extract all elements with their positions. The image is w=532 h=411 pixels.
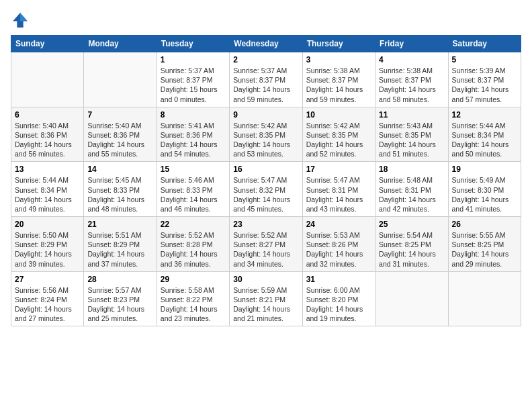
calendar-cell: 3Sunrise: 5:38 AM Sunset: 8:37 PM Daylig…	[302, 52, 375, 107]
weekday-header-friday: Friday	[375, 36, 448, 52]
calendar-cell	[448, 271, 521, 326]
calendar-cell: 18Sunrise: 5:48 AM Sunset: 8:31 PM Dayli…	[375, 162, 448, 217]
day-info: Sunrise: 5:44 AM Sunset: 8:34 PM Dayligh…	[452, 121, 517, 159]
day-info: Sunrise: 5:38 AM Sunset: 8:37 PM Dayligh…	[379, 66, 444, 104]
calendar-cell: 11Sunrise: 5:43 AM Sunset: 8:35 PM Dayli…	[375, 107, 448, 162]
calendar-cell: 1Sunrise: 5:37 AM Sunset: 8:37 PM Daylig…	[157, 52, 229, 107]
calendar-week-2: 6Sunrise: 5:40 AM Sunset: 8:36 PM Daylig…	[11, 107, 521, 162]
day-info: Sunrise: 5:37 AM Sunset: 8:37 PM Dayligh…	[233, 66, 298, 104]
calendar-cell: 14Sunrise: 5:45 AM Sunset: 8:33 PM Dayli…	[84, 162, 157, 217]
day-number: 21	[87, 220, 152, 229]
day-info: Sunrise: 5:40 AM Sunset: 8:36 PM Dayligh…	[15, 121, 80, 159]
day-number: 4	[379, 55, 444, 64]
calendar-cell: 21Sunrise: 5:51 AM Sunset: 8:29 PM Dayli…	[84, 217, 157, 272]
day-number: 28	[87, 275, 152, 284]
day-number: 1	[161, 55, 226, 64]
day-number: 13	[15, 165, 80, 174]
calendar-cell: 2Sunrise: 5:37 AM Sunset: 8:37 PM Daylig…	[230, 52, 302, 107]
logo-icon	[11, 11, 30, 30]
logo	[11, 11, 31, 30]
day-info: Sunrise: 5:58 AM Sunset: 8:22 PM Dayligh…	[161, 285, 226, 324]
day-info: Sunrise: 5:51 AM Sunset: 8:29 PM Dayligh…	[87, 230, 152, 269]
calendar-cell: 24Sunrise: 5:53 AM Sunset: 8:26 PM Dayli…	[302, 217, 375, 272]
day-number: 16	[233, 165, 298, 174]
day-info: Sunrise: 5:42 AM Sunset: 8:35 PM Dayligh…	[306, 121, 371, 159]
weekday-header-thursday: Thursday	[302, 36, 375, 52]
calendar-cell: 31Sunrise: 6:00 AM Sunset: 8:20 PM Dayli…	[302, 271, 375, 326]
day-number: 9	[233, 110, 298, 120]
weekday-header-wednesday: Wednesday	[230, 36, 302, 52]
weekday-header-saturday: Saturday	[448, 36, 521, 52]
calendar-cell: 9Sunrise: 5:42 AM Sunset: 8:35 PM Daylig…	[230, 107, 302, 162]
calendar-cell: 20Sunrise: 5:50 AM Sunset: 8:29 PM Dayli…	[11, 217, 84, 272]
calendar-cell: 12Sunrise: 5:44 AM Sunset: 8:34 PM Dayli…	[448, 107, 521, 162]
calendar-cell: 7Sunrise: 5:40 AM Sunset: 8:36 PM Daylig…	[84, 107, 157, 162]
day-info: Sunrise: 5:39 AM Sunset: 8:37 PM Dayligh…	[452, 66, 517, 104]
weekday-header-tuesday: Tuesday	[157, 36, 229, 52]
day-number: 26	[452, 220, 517, 229]
page-header	[11, 11, 521, 30]
day-info: Sunrise: 5:40 AM Sunset: 8:36 PM Dayligh…	[87, 121, 152, 159]
day-info: Sunrise: 5:48 AM Sunset: 8:31 PM Dayligh…	[379, 175, 444, 214]
calendar-table: SundayMondayTuesdayWednesdayThursdayFrid…	[11, 35, 521, 326]
day-number: 3	[306, 55, 371, 64]
day-number: 22	[161, 220, 226, 229]
day-info: Sunrise: 5:52 AM Sunset: 8:28 PM Dayligh…	[161, 230, 226, 269]
day-info: Sunrise: 5:43 AM Sunset: 8:35 PM Dayligh…	[379, 121, 444, 159]
day-info: Sunrise: 5:57 AM Sunset: 8:23 PM Dayligh…	[87, 285, 152, 324]
day-info: Sunrise: 5:59 AM Sunset: 8:21 PM Dayligh…	[233, 285, 298, 324]
calendar-header-row: SundayMondayTuesdayWednesdayThursdayFrid…	[11, 36, 521, 52]
day-info: Sunrise: 5:56 AM Sunset: 8:24 PM Dayligh…	[15, 285, 80, 324]
day-info: Sunrise: 5:49 AM Sunset: 8:30 PM Dayligh…	[452, 175, 517, 214]
day-number: 2	[233, 55, 298, 64]
day-number: 30	[233, 275, 298, 284]
day-number: 31	[306, 275, 371, 284]
weekday-header-monday: Monday	[84, 36, 157, 52]
day-info: Sunrise: 5:53 AM Sunset: 8:26 PM Dayligh…	[306, 230, 371, 269]
day-info: Sunrise: 5:55 AM Sunset: 8:25 PM Dayligh…	[452, 230, 517, 269]
calendar-cell: 28Sunrise: 5:57 AM Sunset: 8:23 PM Dayli…	[84, 271, 157, 326]
calendar-cell: 22Sunrise: 5:52 AM Sunset: 8:28 PM Dayli…	[157, 217, 229, 272]
day-number: 24	[306, 220, 371, 229]
day-number: 29	[161, 275, 226, 284]
day-number: 25	[379, 220, 444, 229]
day-number: 7	[87, 110, 152, 120]
calendar-cell	[84, 52, 157, 107]
calendar-cell: 15Sunrise: 5:46 AM Sunset: 8:33 PM Dayli…	[157, 162, 229, 217]
calendar-cell: 4Sunrise: 5:38 AM Sunset: 8:37 PM Daylig…	[375, 52, 448, 107]
calendar-cell: 25Sunrise: 5:54 AM Sunset: 8:25 PM Dayli…	[375, 217, 448, 272]
calendar-cell: 5Sunrise: 5:39 AM Sunset: 8:37 PM Daylig…	[448, 52, 521, 107]
day-info: Sunrise: 5:47 AM Sunset: 8:32 PM Dayligh…	[233, 175, 298, 214]
calendar-cell: 16Sunrise: 5:47 AM Sunset: 8:32 PM Dayli…	[230, 162, 302, 217]
day-info: Sunrise: 5:38 AM Sunset: 8:37 PM Dayligh…	[306, 66, 371, 104]
day-info: Sunrise: 5:50 AM Sunset: 8:29 PM Dayligh…	[15, 230, 80, 269]
calendar-cell: 29Sunrise: 5:58 AM Sunset: 8:22 PM Dayli…	[157, 271, 229, 326]
svg-marker-1	[20, 13, 28, 21]
day-number: 18	[379, 165, 444, 174]
day-number: 12	[452, 110, 517, 120]
calendar-cell	[11, 52, 84, 107]
day-info: Sunrise: 5:52 AM Sunset: 8:27 PM Dayligh…	[233, 230, 298, 269]
calendar-cell	[375, 271, 448, 326]
day-number: 17	[306, 165, 371, 174]
day-info: Sunrise: 5:41 AM Sunset: 8:36 PM Dayligh…	[161, 121, 226, 159]
calendar-cell: 27Sunrise: 5:56 AM Sunset: 8:24 PM Dayli…	[11, 271, 84, 326]
day-number: 19	[452, 165, 517, 174]
weekday-header-sunday: Sunday	[11, 36, 84, 52]
calendar-week-3: 13Sunrise: 5:44 AM Sunset: 8:34 PM Dayli…	[11, 162, 521, 217]
calendar-cell: 8Sunrise: 5:41 AM Sunset: 8:36 PM Daylig…	[157, 107, 229, 162]
day-number: 20	[15, 220, 80, 229]
calendar-cell: 30Sunrise: 5:59 AM Sunset: 8:21 PM Dayli…	[230, 271, 302, 326]
day-info: Sunrise: 5:37 AM Sunset: 8:37 PM Dayligh…	[161, 66, 226, 104]
day-info: Sunrise: 5:47 AM Sunset: 8:31 PM Dayligh…	[306, 175, 371, 214]
calendar-cell: 19Sunrise: 5:49 AM Sunset: 8:30 PM Dayli…	[448, 162, 521, 217]
calendar-cell: 13Sunrise: 5:44 AM Sunset: 8:34 PM Dayli…	[11, 162, 84, 217]
calendar-cell: 17Sunrise: 5:47 AM Sunset: 8:31 PM Dayli…	[302, 162, 375, 217]
calendar-week-1: 1Sunrise: 5:37 AM Sunset: 8:37 PM Daylig…	[11, 52, 521, 107]
day-info: Sunrise: 6:00 AM Sunset: 8:20 PM Dayligh…	[306, 285, 371, 324]
day-info: Sunrise: 5:45 AM Sunset: 8:33 PM Dayligh…	[87, 175, 152, 214]
day-info: Sunrise: 5:46 AM Sunset: 8:33 PM Dayligh…	[161, 175, 226, 214]
day-number: 8	[161, 110, 226, 120]
day-info: Sunrise: 5:54 AM Sunset: 8:25 PM Dayligh…	[379, 230, 444, 269]
calendar-week-4: 20Sunrise: 5:50 AM Sunset: 8:29 PM Dayli…	[11, 217, 521, 272]
